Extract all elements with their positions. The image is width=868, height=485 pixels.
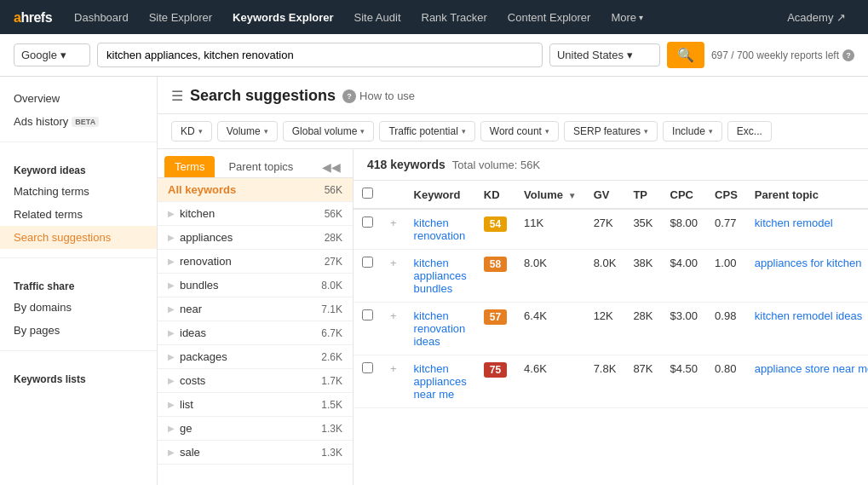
engine-arrow-icon: ▾ — [60, 49, 66, 61]
serp-features-filter-button[interactable]: SERP features ▾ — [564, 121, 658, 141]
global-volume-filter-button[interactable]: Global volume ▾ — [283, 121, 375, 141]
sidebar-item-related-terms[interactable]: Related terms — [0, 203, 157, 226]
row2-keyword-link[interactable]: kitchen appliances bundles — [414, 257, 467, 295]
row2-checkbox[interactable] — [362, 257, 373, 268]
nav-rank-tracker[interactable]: Rank Tracker — [413, 0, 496, 34]
sidebar-item-overview[interactable]: Overview — [0, 87, 157, 110]
kw-row-renovation[interactable]: ▶ renovation 27K — [158, 250, 353, 274]
row1-keyword-link[interactable]: kitchen renovation — [414, 217, 466, 242]
row2-volume-cell: 8.0K — [515, 250, 585, 303]
row1-checkbox[interactable] — [362, 217, 373, 228]
row4-checkbox[interactable] — [362, 362, 373, 373]
col-checkbox — [354, 181, 382, 209]
kw-row-appliances[interactable]: ▶ appliances 28K — [158, 226, 353, 250]
row2-checkbox-cell — [354, 250, 382, 303]
nav-site-explorer[interactable]: Site Explorer — [141, 0, 221, 34]
col-gv[interactable]: GV — [585, 181, 625, 209]
col-volume[interactable]: Volume ▼ — [515, 181, 585, 209]
col-parent-topic[interactable]: Parent topic — [746, 181, 868, 209]
row2-cps-cell: 1.00 — [706, 250, 746, 303]
keyword-tabs: Terms Parent topics ◀◀ — [158, 149, 353, 178]
nav-content-explorer[interactable]: Content Explorer — [499, 0, 600, 34]
row4-add-button[interactable]: + — [382, 355, 405, 408]
logo[interactable]: ahrefs — [14, 9, 52, 26]
sidebar-item-matching-terms[interactable]: Matching terms — [0, 180, 157, 203]
kw-row-near[interactable]: ▶ near 7.1K — [158, 297, 353, 321]
traffic-share-section: Traffic share By domains By pages — [0, 263, 157, 345]
word-count-arrow-icon: ▾ — [545, 127, 549, 136]
word-count-filter-button[interactable]: Word count ▾ — [480, 121, 559, 141]
table-row: + kitchen appliances near me 75 4.6K 7.8… — [354, 355, 868, 408]
select-all-checkbox[interactable] — [362, 188, 373, 199]
col-tp[interactable]: TP — [624, 181, 661, 209]
sidebar-item-by-pages[interactable]: By pages — [0, 319, 157, 342]
include-filter-button[interactable]: Include ▾ — [663, 121, 722, 141]
kw-arrow-icon: ▶ — [168, 352, 175, 361]
volume-filter-button[interactable]: Volume ▾ — [217, 121, 278, 141]
row2-cpc-cell: $4.00 — [662, 250, 707, 303]
traffic-potential-filter-button[interactable]: Traffic potential ▾ — [379, 121, 474, 141]
col-cps[interactable]: CPS — [706, 181, 746, 209]
row4-parent-topic-link[interactable]: appliance store near me — [755, 362, 868, 375]
kw-row-all[interactable]: All keywords 56K — [158, 178, 353, 202]
nav-academy[interactable]: Academy ↗ — [779, 0, 854, 34]
nav-keywords-explorer[interactable]: Keywords Explorer — [224, 0, 342, 34]
kw-row-kitchen[interactable]: ▶ kitchen 56K — [158, 202, 353, 226]
page-title: Search suggestions — [190, 87, 336, 105]
row3-keyword-cell: kitchen renovation ideas — [405, 303, 475, 355]
tab-parent-topics[interactable]: Parent topics — [218, 156, 303, 177]
row2-parent-topic-link[interactable]: appliances for kitchen — [755, 257, 862, 269]
row3-checkbox[interactable] — [362, 309, 373, 320]
row1-parent-topic-link[interactable]: kitchen remodel — [755, 217, 833, 229]
nav-more[interactable]: More ▾ — [602, 0, 652, 34]
results-header: 418 keywords Total volume: 56K — [354, 149, 868, 181]
kw-row-sale[interactable]: ▶ sale 1.3K — [158, 441, 353, 465]
row1-cpc-cell: $8.00 — [662, 209, 707, 250]
kd-filter-button[interactable]: KD ▾ — [171, 121, 212, 141]
col-kd[interactable]: KD — [475, 181, 515, 209]
col-cpc[interactable]: CPC — [662, 181, 707, 209]
engine-select[interactable]: Google ▾ — [14, 43, 90, 66]
sidebar-divider-2 — [0, 257, 157, 258]
search-button[interactable]: 🔍 — [667, 42, 704, 68]
kw-row-bundles[interactable]: ▶ bundles 8.0K — [158, 274, 353, 297]
row1-parent-topic-cell: kitchen remodel — [746, 209, 868, 250]
kw-arrow-icon: ▶ — [168, 233, 175, 242]
country-select[interactable]: United States ▾ — [549, 43, 660, 66]
hamburger-icon[interactable]: ☰ — [171, 88, 183, 104]
nav-dashboard[interactable]: Dashboard — [66, 0, 137, 34]
kw-name-list: list — [180, 398, 321, 411]
exclude-filter-button[interactable]: Exc... — [727, 121, 772, 141]
kw-row-packages[interactable]: ▶ packages 2.6K — [158, 345, 353, 369]
row4-keyword-link[interactable]: kitchen appliances near me — [414, 362, 467, 401]
kw-row-list[interactable]: ▶ list 1.5K — [158, 393, 353, 417]
search-input[interactable] — [97, 43, 543, 67]
how-to-use-link[interactable]: ? How to use — [342, 89, 415, 103]
row2-add-button[interactable]: + — [382, 250, 405, 303]
sidebar-top-section: Overview Ads history BETA — [0, 77, 157, 136]
row1-add-button[interactable]: + — [382, 209, 405, 250]
tab-terms[interactable]: Terms — [164, 156, 215, 177]
col-keyword[interactable]: Keyword — [405, 181, 475, 209]
nav-site-audit[interactable]: Site Audit — [346, 0, 410, 34]
keyword-panel: Terms Parent topics ◀◀ All keywords 56K … — [158, 149, 354, 485]
row3-add-button[interactable]: + — [382, 303, 405, 355]
sidebar-item-search-suggestions[interactable]: Search suggestions — [0, 226, 157, 249]
country-label: United States — [557, 49, 624, 61]
row3-keyword-link[interactable]: kitchen renovation ideas — [414, 309, 466, 348]
kw-row-ge[interactable]: ▶ ge 1.3K — [158, 417, 353, 441]
row3-parent-topic-link[interactable]: kitchen remodel ideas — [755, 309, 862, 322]
row4-cps-cell: 0.80 — [706, 355, 746, 408]
collapse-button[interactable]: ◀◀ — [317, 159, 346, 176]
kw-vol-bundles: 8.0K — [321, 280, 342, 292]
kw-vol-sale: 1.3K — [321, 447, 342, 459]
volume-sort-icon: ▼ — [568, 191, 577, 200]
kw-row-costs[interactable]: ▶ costs 1.7K — [158, 369, 353, 393]
row4-tp-cell: 87K — [624, 355, 661, 408]
sidebar-item-by-domains[interactable]: By domains — [0, 296, 157, 319]
sidebar-item-ads-history[interactable]: Ads history BETA — [0, 110, 157, 133]
results-panel: 418 keywords Total volume: 56K Keyword — [354, 149, 868, 485]
reports-count: 697 / 700 weekly reports left — [711, 49, 839, 61]
kw-row-ideas[interactable]: ▶ ideas 6.7K — [158, 321, 353, 345]
kw-name-packages: packages — [180, 350, 321, 363]
